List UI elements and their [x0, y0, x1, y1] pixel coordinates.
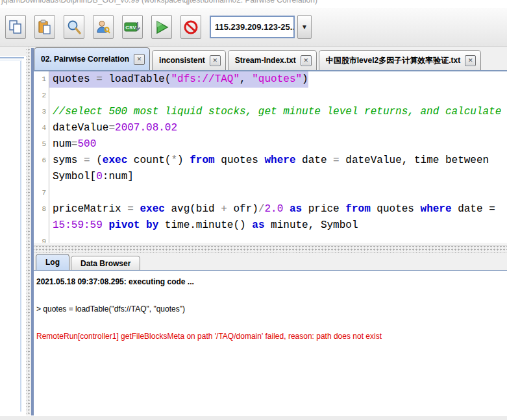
code-editor[interactable]: 1quotes = loadTable("dfs://TAQ", "quotes…: [34, 70, 507, 243]
tab-close-icon[interactable]: ✕: [134, 54, 145, 65]
code-text: Symbol[0:num]: [49, 169, 134, 185]
paste-button[interactable]: [34, 15, 55, 39]
log-panel[interactable]: 2021.05.18 09:37:08.295: executing code …: [34, 270, 507, 415]
code-line: 15:59:59 pivot by time.minute() as minut…: [34, 217, 507, 234]
toolbar: CSV 115.239.209.123-25... ▼: [0, 8, 507, 47]
code-line: 1quotes = loadTable("dfs://TAQ", "quotes…: [34, 71, 507, 88]
vertical-splitter[interactable]: [26, 47, 31, 415]
code-text: [49, 88, 53, 104]
main-area: 02. Pairwise Correlation✕inconsistent✕St…: [0, 47, 507, 415]
run-icon: [154, 19, 169, 35]
editor-tab[interactable]: Stream-Index.txt✕: [228, 50, 317, 70]
copy-button[interactable]: [5, 15, 26, 39]
user-login-icon: [95, 19, 111, 35]
server-combobox-arrow-button[interactable]: ▼: [297, 15, 312, 39]
line-number: 4: [34, 120, 49, 136]
code-text: [49, 234, 53, 243]
window-titlebar: jqian\Downloads\DolphinDB_GUI_v0.99 (wor…: [0, 0, 507, 8]
code-text: quotes = loadTable("dfs://TAQ", "quotes"…: [49, 71, 308, 88]
line-number: 3: [34, 104, 49, 120]
code-text: 15:59:59 pivot by time.minute() as minut…: [49, 217, 358, 234]
tab-close-icon[interactable]: ✕: [465, 55, 476, 66]
line-number: [34, 169, 49, 185]
tab-label: 02. Pairwise Correlation: [41, 55, 129, 64]
panel-border: [0, 57, 24, 58]
code-text: [49, 185, 53, 201]
code-text: num=500: [49, 136, 96, 153]
export-csv-icon: CSV: [124, 19, 141, 35]
workspace-panel-edge: [0, 56, 26, 415]
tab-close-icon[interactable]: ✕: [210, 55, 221, 66]
line-number: 7: [34, 185, 49, 201]
chevron-down-icon: ▼: [301, 23, 308, 31]
svg-text:CSV: CSV: [125, 24, 136, 30]
code-line: 6syms = (exec count(*) from quotes where…: [34, 153, 507, 169]
tab-label: inconsistent: [159, 56, 205, 65]
status-bar: [0, 415, 507, 420]
line-number: 5: [34, 136, 49, 153]
code-line: 3//select 500 most liquid stocks, get mi…: [34, 104, 507, 120]
dolphindb-gui-window: jqian\Downloads\DolphinDB_GUI_v0.99 (wor…: [0, 0, 507, 420]
line-number: 9: [34, 234, 49, 243]
log-entry: [34, 323, 507, 332]
editor-tab[interactable]: 中国股市level2多因子计算效率验证.txt✕: [319, 50, 481, 70]
code-line: 2: [34, 88, 507, 104]
window-title: jqian\Downloads\DolphinDB_GUI_v0.99 (wor…: [0, 0, 507, 5]
stop-button[interactable]: [180, 15, 201, 39]
panel-border-vertical: [20, 61, 21, 412]
panel-border-inner: [0, 60, 22, 60]
paste-icon: [38, 19, 52, 35]
export-csv-button[interactable]: CSV: [122, 15, 143, 39]
code-line: 8priceMatrix = exec avg(bid + ofr)/2.0 a…: [34, 201, 507, 217]
bottom-tab-data-browser[interactable]: Data Browser: [71, 256, 140, 270]
tab-label: Stream-Index.txt: [235, 56, 296, 65]
tab-close-icon[interactable]: ✕: [301, 55, 312, 66]
code-line: 7: [34, 185, 507, 201]
code-line: 5num=500: [34, 136, 507, 153]
code-text: //select 500 most liquid stocks, get min…: [49, 104, 501, 120]
code-line: 9: [34, 234, 507, 243]
code-text: priceMatrix = exec avg(bid + ofr)/2.0 as…: [49, 201, 495, 217]
copy-icon: [8, 19, 23, 35]
search-icon: [66, 19, 82, 35]
code-line: Symbol[0:num]: [34, 169, 507, 185]
search-button[interactable]: [64, 15, 84, 39]
tab-label: 中国股市level2多因子计算效率验证.txt: [326, 55, 460, 66]
editor-tab[interactable]: 02. Pairwise Correlation✕: [34, 47, 150, 70]
editor-content-pane: 02. Pairwise Correlation✕inconsistent✕St…: [34, 47, 507, 415]
code-text: dateValue=2007.08.02: [49, 120, 177, 136]
log-entry: [34, 286, 507, 295]
line-number: 2: [34, 88, 49, 104]
line-number: [34, 217, 49, 234]
log-entry: > quotes = loadTable("dfs://TAQ", "quote…: [34, 304, 507, 314]
editor-tab[interactable]: inconsistent✕: [152, 50, 226, 70]
line-number: 8: [34, 201, 49, 217]
log-entry: [34, 295, 507, 304]
bottom-tab-bar: LogData Browser: [34, 253, 507, 270]
log-entry: [34, 314, 507, 323]
line-number: 6: [34, 153, 49, 169]
bottom-tab-log[interactable]: Log: [36, 254, 69, 270]
code-text: syms = (exec count(*) from quotes where …: [49, 153, 489, 169]
log-entry: 2021.05.18 09:37:08.295: executing code …: [34, 277, 507, 286]
log-entry: RemoteRun[controller1] getFileBlocksMeta…: [34, 332, 507, 341]
run-button[interactable]: [151, 15, 172, 39]
user-login-button[interactable]: [93, 15, 114, 39]
horizontal-splitter[interactable]: [34, 245, 507, 253]
editor-tab-bar: 02. Pairwise Correlation✕inconsistent✕St…: [34, 47, 507, 70]
server-combobox[interactable]: 115.239.209.123-25...: [210, 16, 295, 38]
line-number: 1: [34, 71, 49, 88]
server-combobox-value: 115.239.209.123-25...: [215, 22, 295, 32]
code-line: 4dateValue=2007.08.02: [34, 120, 507, 136]
stop-icon: [183, 19, 199, 35]
